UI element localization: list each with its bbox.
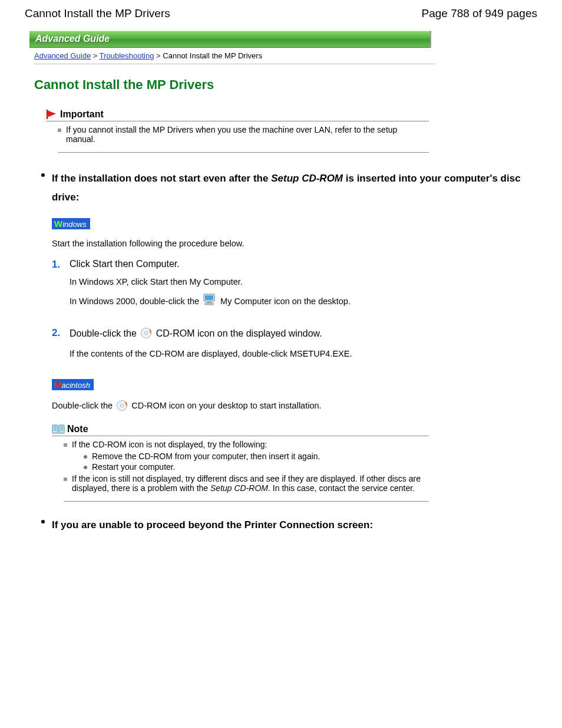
important-item: If you cannot install the MP Drivers whe… — [58, 125, 429, 144]
note-label: Note — [67, 424, 88, 434]
step1-title: Click Start then Computer. — [70, 259, 537, 269]
breadcrumb-current: Cannot Install the MP Drivers — [163, 51, 262, 60]
important-box: If you cannot install the MP Drivers whe… — [58, 125, 429, 153]
breadcrumb-link-advanced-guide[interactable]: Advanced Guide — [34, 51, 91, 60]
note-item-2: If the icon is still not displayed, try … — [64, 474, 429, 493]
my-computer-icon — [203, 293, 217, 311]
windows-badge: Windows — [52, 218, 90, 229]
svg-rect-5 — [205, 303, 213, 305]
section2-heading: If you are unable to proceed beyond the … — [52, 516, 537, 535]
breadcrumb: Advanced Guide > Troubleshooting > Canno… — [34, 51, 435, 64]
svg-rect-11 — [59, 425, 64, 433]
section1-heading: If the installation does not start even … — [52, 169, 537, 207]
cd-rom-icon — [116, 400, 128, 413]
page-title: Cannot Install the MP Drivers — [34, 77, 537, 93]
section-printer-connection: If you are unable to proceed beyond the … — [41, 516, 537, 535]
svg-point-7 — [145, 331, 148, 334]
note-sub-2: Restart your computer. — [84, 462, 429, 472]
section-install-not-start: If the installation does not start even … — [41, 169, 537, 502]
step1-line2: In Windows 2000, double-click the My Com… — [70, 293, 537, 311]
mac-line: Double-click the CD-ROM icon on your des… — [52, 400, 537, 413]
svg-rect-3 — [205, 295, 213, 300]
step-2: Double-click the CD-ROM icon on the disp… — [52, 327, 537, 361]
top-title: Cannot Install the MP Drivers — [25, 7, 170, 20]
step2-title: Double-click the CD-ROM icon on the disp… — [70, 327, 537, 341]
important-label: Important — [60, 109, 104, 120]
step-1: Click Start then Computer. In Windows XP… — [52, 259, 537, 311]
important-heading: Important — [46, 109, 429, 121]
note-icon — [52, 424, 65, 434]
banner-label: Advanced Guide — [35, 34, 110, 44]
cd-rom-icon — [140, 327, 152, 341]
svg-rect-10 — [52, 425, 58, 433]
macintosh-badge: Macintosh — [52, 379, 94, 390]
breadcrumb-link-troubleshooting[interactable]: Troubleshooting — [100, 51, 154, 60]
section1-intro: Start the installation following the pro… — [52, 239, 537, 248]
step2-line1: If the contents of the CD-ROM are displa… — [70, 346, 537, 361]
page-indicator: Page 788 of 949 pages — [421, 7, 537, 20]
note-box: If the CD-ROM icon is not displayed, try… — [64, 440, 429, 502]
note-sub-1: Remove the CD-ROM from your computer, th… — [84, 452, 429, 461]
note-item-1: If the CD-ROM icon is not displayed, try… — [64, 440, 429, 472]
flag-icon — [46, 110, 58, 119]
svg-point-9 — [121, 404, 124, 407]
advanced-guide-banner: Advanced Guide — [29, 31, 430, 48]
svg-marker-1 — [47, 110, 56, 117]
note-heading: Note — [52, 424, 429, 436]
step1-line1: In Windows XP, click Start then My Compu… — [70, 274, 537, 289]
